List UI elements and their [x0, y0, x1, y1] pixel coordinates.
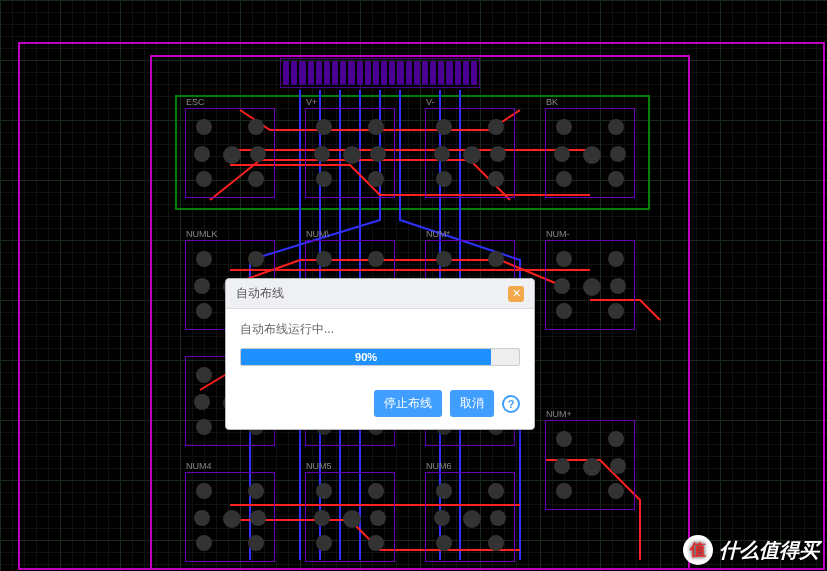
key-label: NUM4 — [186, 461, 212, 471]
key-footprint: ESC — [185, 108, 275, 198]
key-footprint: NUM4 — [185, 472, 275, 562]
dialog-title-text: 自动布线 — [236, 285, 284, 302]
key-label: NUM\ — [306, 229, 329, 239]
dialog-close-button[interactable]: ✕ — [508, 286, 524, 302]
progress-bar: 90% — [240, 348, 520, 366]
key-label: ESC — [186, 97, 205, 107]
key-label: NUMLK — [186, 229, 218, 239]
key-label: NUM+ — [546, 409, 572, 419]
key-footprint: NUM5 — [305, 472, 395, 562]
key-label: NUM5 — [306, 461, 332, 471]
progress-fill: 90% — [241, 349, 491, 365]
key-label: V- — [426, 97, 435, 107]
key-footprint: V+ — [305, 108, 395, 198]
close-icon: ✕ — [512, 287, 521, 300]
key-footprint: NUM- — [545, 240, 635, 330]
help-icon[interactable]: ? — [502, 395, 520, 413]
autoroute-dialog: 自动布线 ✕ 自动布线运行中... 90% 停止布线 取消 ? — [225, 278, 535, 430]
key-label: NUM* — [426, 229, 450, 239]
key-footprint: BK — [545, 108, 635, 198]
stop-routing-button[interactable]: 停止布线 — [374, 390, 442, 417]
key-label: NUM- — [546, 229, 570, 239]
watermark-text: 什么值得买 — [719, 537, 819, 564]
watermark: 值 什么值得买 — [683, 535, 819, 565]
cancel-button[interactable]: 取消 — [450, 390, 494, 417]
key-footprint: NUM+ — [545, 420, 635, 510]
dialog-message: 自动布线运行中... — [240, 321, 520, 338]
dialog-titlebar[interactable]: 自动布线 ✕ — [226, 279, 534, 309]
key-label: BK — [546, 97, 558, 107]
key-label: NUM6 — [426, 461, 452, 471]
watermark-badge: 值 — [683, 535, 713, 565]
key-footprint: V- — [425, 108, 515, 198]
key-label: V+ — [306, 97, 317, 107]
key-footprint: NUM6 — [425, 472, 515, 562]
